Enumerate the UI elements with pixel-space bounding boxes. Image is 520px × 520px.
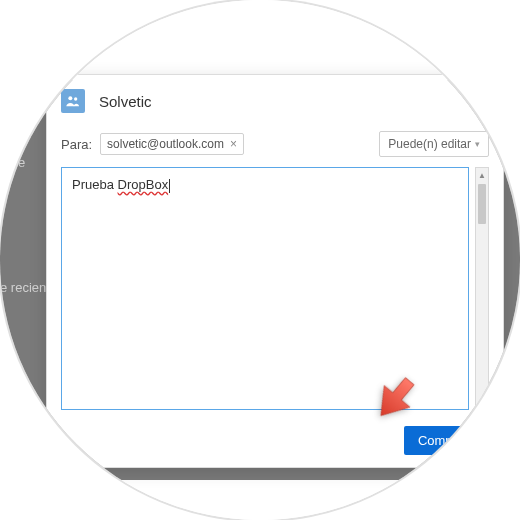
recipient-row: Para: solvetic@outlook.com × Puede(n) ed… bbox=[47, 127, 503, 167]
scrollbar[interactable]: ▲ ▼ bbox=[475, 167, 489, 410]
message-text: Prueba bbox=[72, 177, 118, 192]
share-modal: Solvetic × Para: solvetic@outlook.com × … bbox=[46, 74, 504, 468]
recipient-chip[interactable]: solvetic@outlook.com × bbox=[100, 133, 244, 155]
permission-dropdown[interactable]: Puede(n) editar ▾ bbox=[379, 131, 489, 157]
modal-header: Solvetic × bbox=[47, 75, 503, 127]
remove-recipient-icon[interactable]: × bbox=[230, 137, 237, 151]
scroll-down-icon[interactable]: ▼ bbox=[476, 395, 488, 409]
close-icon[interactable]: × bbox=[479, 87, 491, 107]
message-misspelled: DropBox bbox=[118, 177, 169, 192]
share-button[interactable]: Compartir bbox=[404, 426, 489, 455]
bg-text: e recient bbox=[0, 280, 50, 295]
contact-icon bbox=[61, 89, 85, 113]
svg-point-1 bbox=[74, 97, 77, 100]
to-label: Para: bbox=[61, 137, 92, 152]
scroll-thumb[interactable] bbox=[478, 184, 486, 224]
svg-point-0 bbox=[68, 96, 72, 100]
modal-title: Solvetic bbox=[99, 93, 152, 110]
text-caret bbox=[169, 179, 170, 193]
recipient-email: solvetic@outlook.com bbox=[107, 137, 224, 151]
bg-text: mue bbox=[0, 155, 25, 170]
chevron-down-icon: ▾ bbox=[475, 139, 480, 149]
permission-label: Puede(n) editar bbox=[388, 137, 471, 151]
scroll-up-icon[interactable]: ▲ bbox=[476, 168, 488, 182]
